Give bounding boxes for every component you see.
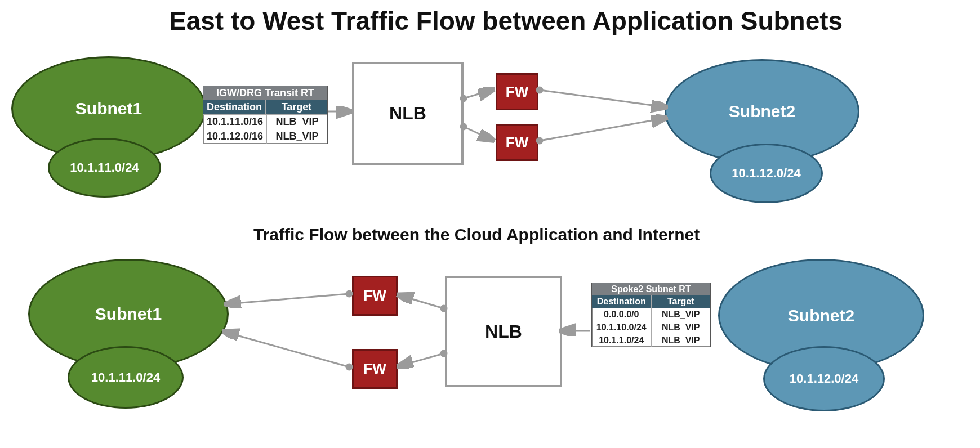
nlb-top: NLB: [352, 62, 464, 165]
nlb-bottom: NLB: [445, 276, 562, 387]
svg-point-16: [346, 364, 352, 370]
page-title: East to West Traffic Flow between Applic…: [169, 6, 843, 36]
svg-line-6: [540, 90, 665, 107]
subnet1-cidr-top: 10.1.11.0/24: [48, 138, 161, 198]
subnet2-cidr-top: 10.1.12.0/24: [710, 144, 823, 203]
route-table-top: IGW/DRG Transit RT Destination Target 10…: [203, 86, 328, 144]
rt-top-r0-dest: 10.1.11.0/16: [203, 114, 267, 129]
fw-top-1: FW: [496, 73, 538, 110]
rt-bottom-r1-dest: 10.1.10.0/24: [592, 321, 652, 334]
svg-line-4: [464, 127, 492, 140]
fw-bottom-2: FW: [352, 349, 398, 389]
svg-line-8: [540, 118, 665, 141]
rt-top-col-dest: Destination: [203, 100, 266, 114]
fw-bottom-1: FW: [352, 276, 398, 316]
rt-bottom-r2-target: NLB_VIP: [652, 334, 711, 347]
rt-bottom-r1-target: NLB_VIP: [652, 321, 711, 334]
svg-line-13: [400, 353, 444, 366]
rt-bottom-title: Spoke2 Subnet RT: [592, 283, 710, 295]
fw-top-2: FW: [496, 124, 538, 161]
rt-bottom-r0-target: NLB_VIP: [652, 308, 711, 321]
subtitle: Traffic Flow between the Cloud Applicati…: [253, 225, 700, 244]
svg-line-11: [400, 295, 444, 308]
rt-top-r0-target: NLB_VIP: [267, 114, 327, 129]
rt-bottom-col-target: Target: [652, 295, 711, 308]
subnet2-cidr-bottom: 10.1.12.0/24: [763, 346, 885, 411]
rt-top-r1-target: NLB_VIP: [267, 129, 327, 144]
svg-line-2: [464, 90, 492, 98]
subnet1-cidr-bottom: 10.1.11.0/24: [68, 346, 184, 409]
rt-top-title: IGW/DRG Transit RT: [203, 86, 327, 100]
svg-line-15: [228, 294, 349, 304]
rt-top-r1-dest: 10.1.12.0/16: [203, 129, 267, 144]
rt-bottom-r0-dest: 0.0.0.0/0: [592, 308, 652, 321]
rt-bottom-col-dest: Destination: [592, 295, 652, 308]
route-table-bottom: Spoke2 Subnet RT Destination Target 0.0.…: [591, 283, 711, 347]
svg-point-14: [346, 291, 352, 297]
rt-bottom-r2-dest: 10.1.1.0/24: [592, 334, 652, 347]
rt-top-col-target: Target: [266, 100, 327, 114]
svg-line-17: [225, 332, 349, 367]
